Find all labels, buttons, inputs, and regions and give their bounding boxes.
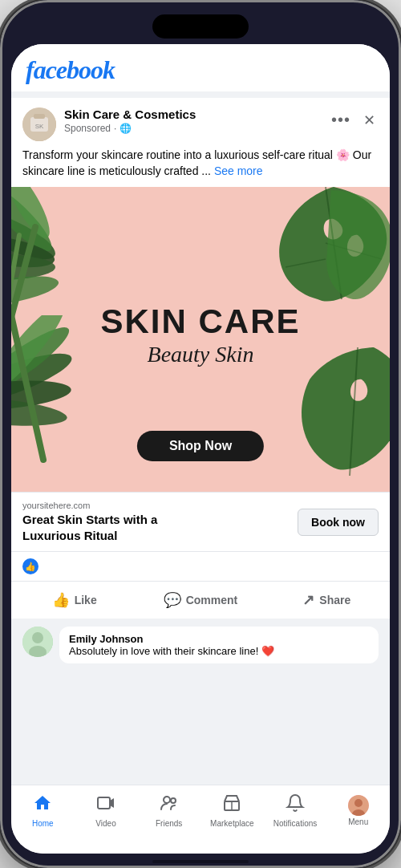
ad-center-text: SKIN CARE Beauty Skin <box>68 305 333 367</box>
ad-image: SKIN CARE Beauty Skin Shop Now <box>11 187 390 492</box>
phone-frame: facebook SK <box>0 0 401 868</box>
svg-point-23 <box>32 632 43 643</box>
friends-icon <box>160 793 179 817</box>
nav-home[interactable]: Home <box>11 790 75 831</box>
bottom-nav: Home Video Friends <box>11 785 390 854</box>
marketplace-icon <box>222 793 241 817</box>
post-actions: ••• ✕ <box>328 107 379 132</box>
comment-preview: Emily Johnson Absolutely in love with th… <box>11 619 390 671</box>
action-buttons: 👍 Like 💬 Comment ↗ Share <box>11 581 390 619</box>
ad-subtitle: Beauty Skin <box>68 342 333 367</box>
facebook-header: facebook <box>11 44 390 91</box>
comment-icon: 💬 <box>164 591 181 609</box>
see-more-link[interactable]: See more <box>214 164 263 177</box>
nav-menu[interactable]: Menu <box>326 792 390 829</box>
nav-friends[interactable]: Friends <box>137 790 200 831</box>
facebook-logo: facebook <box>26 55 375 85</box>
screen: facebook SK <box>11 44 390 854</box>
svg-point-26 <box>164 797 170 803</box>
like-label: Like <box>75 594 97 606</box>
nav-notifications[interactable]: Notifications <box>264 790 327 831</box>
ad-site-url: yoursitehere.com <box>22 501 288 510</box>
like-reaction-icon: 👍 <box>22 558 38 574</box>
svg-point-31 <box>354 799 363 807</box>
comment-label: Comment <box>186 594 238 606</box>
book-now-button[interactable]: Book now <box>298 509 379 536</box>
close-button[interactable]: ✕ <box>360 108 379 132</box>
home-label: Home <box>32 819 54 828</box>
content-area: facebook SK <box>11 44 390 785</box>
globe-icon: 🌐 <box>119 123 132 134</box>
nav-marketplace[interactable]: Marketplace <box>200 790 264 831</box>
ad-cta-bar: yoursitehere.com Great Skin Starts with … <box>11 492 390 551</box>
notifications-icon <box>286 793 305 817</box>
share-button[interactable]: ↗ Share <box>264 585 390 615</box>
svg-text:SK: SK <box>35 123 44 130</box>
ad-site-info: yoursitehere.com Great Skin Starts with … <box>22 501 288 543</box>
commenter-name: Emily Johnson <box>69 633 369 645</box>
reaction-bar: 👍 <box>11 551 390 581</box>
marketplace-label: Marketplace <box>210 819 253 828</box>
meta-dot: · <box>114 123 116 134</box>
post-text: Transform your skincare routine into a l… <box>11 148 390 187</box>
video-icon <box>96 793 115 817</box>
page-avatar: SK <box>22 107 56 141</box>
home-icon <box>33 793 52 817</box>
ad-title: SKIN CARE <box>68 305 333 339</box>
svg-point-27 <box>171 798 176 803</box>
post-card: SK Skin Care & Cosmetics Sponsored · 🌐 <box>11 98 390 671</box>
post-header: SK Skin Care & Cosmetics Sponsored · 🌐 <box>11 98 390 148</box>
svg-rect-25 <box>98 797 110 809</box>
friends-label: Friends <box>156 819 182 828</box>
ad-site-title: Great Skin Starts with a Luxurious Ritua… <box>22 512 288 543</box>
share-icon: ↗ <box>302 591 314 609</box>
comment-text: Absolutely in love with their skincare l… <box>69 645 369 657</box>
reaction-count: 👍 <box>22 558 379 574</box>
page-name: Skin Care & Cosmetics <box>64 107 320 121</box>
svg-rect-2 <box>34 114 45 119</box>
menu-label: Menu <box>348 817 368 826</box>
home-indicator <box>152 860 249 863</box>
avatar-image: SK <box>22 107 56 141</box>
video-label: Video <box>95 819 115 828</box>
comment-bubble: Emily Johnson Absolutely in love with th… <box>59 627 379 663</box>
like-button[interactable]: 👍 Like <box>11 585 137 615</box>
shop-now-button[interactable]: Shop Now <box>137 431 264 461</box>
thumbs-up-emoji: 👍 <box>25 562 36 572</box>
notifications-label: Notifications <box>273 819 317 828</box>
sponsored-label: Sponsored <box>64 123 111 134</box>
comment-button[interactable]: 💬 Comment <box>137 585 263 615</box>
like-icon: 👍 <box>52 591 70 609</box>
more-options-button[interactable]: ••• <box>328 107 354 132</box>
menu-avatar <box>348 795 369 816</box>
dynamic-island <box>152 14 249 39</box>
share-label: Share <box>319 594 350 606</box>
commenter-avatar <box>22 627 53 657</box>
post-body: Transform your skincare routine into a l… <box>22 148 371 177</box>
leaf-bottom-right <box>294 347 390 492</box>
post-meta: Sponsored · 🌐 <box>64 123 320 134</box>
post-info: Skin Care & Cosmetics Sponsored · 🌐 <box>64 107 320 134</box>
nav-video[interactable]: Video <box>75 790 138 831</box>
